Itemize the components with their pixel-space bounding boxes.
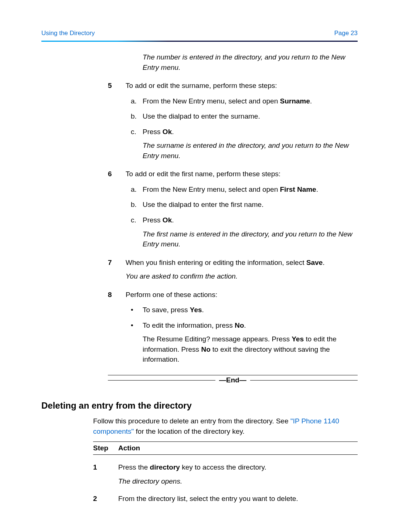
- step-lead: Perform one of these actions:: [126, 290, 358, 300]
- section-intro: Follow this procedure to delete an entry…: [41, 416, 358, 436]
- continuation-text: The number is entered in the directory, …: [126, 52, 358, 72]
- step-number: 5: [108, 81, 115, 161]
- step-lead: When you finish entering or editing the …: [126, 258, 358, 268]
- end-label: —End—: [215, 376, 250, 384]
- step-lead: To add or edit the first name, perform t…: [126, 169, 358, 179]
- bullet-followup: The Resume Editing? message appears. Pre…: [126, 334, 358, 365]
- row-action: Press the directory key to access the di…: [118, 462, 358, 486]
- row-step-number: 2: [93, 494, 111, 504]
- step-8: 8 Perform one of these actions: •To save…: [108, 290, 358, 365]
- table-header: Step Action: [93, 441, 358, 455]
- step-number: 7: [108, 258, 115, 282]
- rule-line: [108, 375, 358, 375]
- step-lead: To add or edit the surname, perform thes…: [126, 81, 358, 91]
- column-header-step: Step: [93, 444, 111, 452]
- rule-line: [250, 380, 358, 381]
- substep-body: Press Ok.: [143, 215, 358, 225]
- substep-mark: c.: [131, 215, 138, 225]
- substep-mark: b.: [131, 111, 138, 122]
- step-result: You are asked to confirm the action.: [126, 271, 358, 282]
- rule-line: [108, 380, 215, 381]
- bullet-body: To edit the information, press No.: [143, 320, 358, 331]
- header-right: Page 23: [334, 30, 358, 37]
- table-row: 1 Press the directory key to access the …: [93, 462, 358, 486]
- bullet-icon: •: [131, 320, 138, 331]
- substep-body: Press Ok.: [143, 127, 358, 137]
- header-left: Using the Directory: [41, 30, 95, 37]
- section-heading: Deleting an entry from the directory: [41, 400, 358, 411]
- header-rule: [41, 41, 358, 42]
- substep-mark: a.: [131, 96, 138, 106]
- substep-mark: b.: [131, 200, 138, 210]
- substep-body: Use the dialpad to enter the surname.: [143, 111, 358, 122]
- substep-result: The first name is entered in the directo…: [126, 229, 358, 249]
- substep-body: Use the dialpad to enter the first name.: [143, 200, 358, 210]
- column-header-action: Action: [118, 444, 140, 452]
- substep-result: The surname is entered in the directory,…: [126, 140, 358, 161]
- row-action: From the directory list, select the entr…: [118, 494, 358, 504]
- bullet-icon: •: [131, 305, 138, 315]
- row-step-number: 1: [93, 462, 111, 486]
- substep-mark: c.: [131, 127, 138, 137]
- step-6: 6 To add or edit the first name, perform…: [108, 169, 358, 249]
- substep-mark: a.: [131, 184, 138, 195]
- step-number: 6: [108, 169, 115, 249]
- substep-body: From the New Entry menu, select and open…: [143, 184, 358, 195]
- step-number: 8: [108, 290, 115, 365]
- table-row: 2 From the directory list, select the en…: [93, 494, 358, 504]
- substep-body: From the New Entry menu, select and open…: [143, 96, 358, 106]
- step-7: 7 When you finish entering or editing th…: [108, 258, 358, 282]
- bullet-body: To save, press Yes.: [143, 305, 358, 315]
- step-5: 5 To add or edit the surname, perform th…: [108, 81, 358, 161]
